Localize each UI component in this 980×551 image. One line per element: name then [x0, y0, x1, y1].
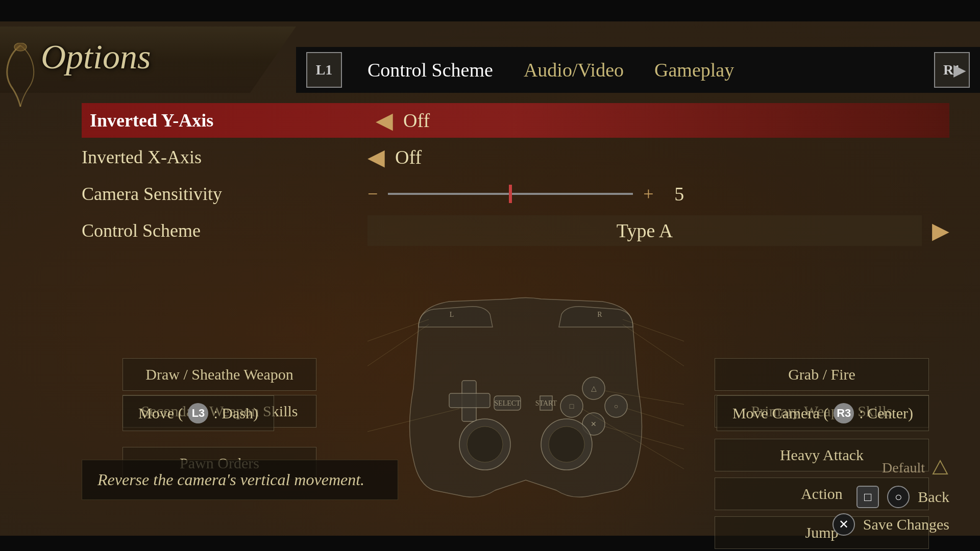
- setting-label-inverted-x: Inverted X-Axis: [82, 146, 368, 168]
- move-camera-suffix: : Center): [859, 405, 913, 422]
- square-icon: □: [856, 486, 879, 508]
- back-label[interactable]: Back: [918, 488, 949, 506]
- inverted-y-arrow-left[interactable]: ◀: [376, 107, 393, 134]
- r3-badge: R3: [834, 403, 854, 423]
- sensitivity-slider-track[interactable]: [388, 193, 633, 195]
- svg-point-18: [467, 427, 503, 462]
- circle-icon: ○: [887, 486, 910, 508]
- move-text: Move (: [138, 405, 183, 422]
- control-scheme-value: Type A: [368, 215, 922, 246]
- svg-text:L: L: [450, 311, 454, 318]
- nav-prev-button[interactable]: L1: [306, 52, 342, 88]
- page-title: Options: [41, 37, 151, 77]
- move-label: Move ( L3 : Dash): [122, 395, 274, 431]
- btn-grab-fire: Grab / Fire: [715, 358, 929, 391]
- nav-tabs: L1 Control Scheme Audio/Video Gameplay R…: [296, 47, 980, 93]
- btn-draw-sheathe: Draw / Sheathe Weapon: [122, 358, 316, 391]
- setting-label-inverted-y: Inverted Y-Axis: [90, 110, 376, 131]
- move-camera-label: Move Camera ( R3 : Center): [717, 395, 929, 431]
- svg-text:R: R: [597, 311, 602, 318]
- sensitivity-slider-thumb[interactable]: [509, 185, 512, 203]
- setting-row-inverted-y: Inverted Y-Axis ◀ Off: [82, 103, 949, 138]
- setting-row-camera-sensitivity: Camera Sensitivity − + 5: [82, 177, 949, 211]
- header: Options L1 Control Scheme Audio/Video Ga…: [0, 21, 980, 103]
- footer-controls: □ ○ Back ✕ Save Changes: [832, 486, 949, 536]
- sensitivity-increase-button[interactable]: +: [643, 183, 653, 205]
- sensitivity-value: 5: [664, 183, 695, 205]
- setting-control-inverted-y: ◀ Off: [376, 107, 949, 134]
- footer-back-row: □ ○ Back: [856, 486, 949, 508]
- setting-label-camera-sensitivity: Camera Sensitivity: [82, 183, 368, 205]
- control-scheme-arrow-right[interactable]: ▶: [932, 217, 949, 244]
- settings-section: Inverted Y-Axis ◀ Off Inverted X-Axis ◀ …: [82, 103, 949, 248]
- footer-save-row: ✕ Save Changes: [832, 513, 949, 536]
- svg-point-0: [14, 43, 27, 51]
- inverted-y-value: Off: [403, 109, 464, 132]
- setting-control-inverted-x: ◀ Off: [368, 144, 949, 170]
- tab-gameplay[interactable]: Gameplay: [639, 47, 749, 93]
- default-row: Default: [882, 459, 949, 477]
- move-suffix: : Dash): [213, 405, 258, 422]
- setting-control-control-scheme: Type A ▶: [368, 215, 949, 246]
- inverted-x-arrow-left[interactable]: ◀: [368, 144, 385, 170]
- main-content: Inverted Y-Axis ◀ Off Inverted X-Axis ◀ …: [82, 103, 949, 520]
- info-box: Reverse the camera's vertical movement.: [82, 460, 398, 500]
- inverted-x-value: Off: [395, 146, 456, 168]
- tab-audio-video[interactable]: Audio/Video: [508, 47, 639, 93]
- svg-text:△: △: [591, 385, 597, 392]
- l3-badge: L3: [188, 403, 208, 423]
- setting-label-control-scheme: Control Scheme: [82, 220, 368, 241]
- setting-row-control-scheme: Control Scheme Type A ▶: [82, 213, 949, 248]
- stick-labels: Move ( L3 : Dash) Move Camera ( R3 : Cen…: [122, 395, 929, 431]
- nav-arrow-right-icon[interactable]: ▶: [949, 60, 970, 80]
- top-bar: [0, 0, 980, 21]
- save-label[interactable]: Save Changes: [863, 516, 949, 533]
- setting-control-camera-sensitivity: − + 5: [368, 183, 949, 205]
- tab-control-scheme[interactable]: Control Scheme: [352, 47, 508, 93]
- sensitivity-decrease-button[interactable]: −: [368, 183, 378, 205]
- svg-point-20: [549, 427, 584, 462]
- deco-dragon-icon: [0, 43, 41, 109]
- default-triangle-icon: [931, 459, 949, 477]
- setting-row-inverted-x: Inverted X-Axis ◀ Off: [82, 140, 949, 174]
- move-camera-text: Move Camera (: [732, 405, 828, 422]
- sensitivity-slider-fill: [388, 193, 510, 195]
- default-label: Default: [882, 460, 925, 476]
- cross-icon: ✕: [832, 513, 855, 536]
- info-text: Reverse the camera's vertical movement.: [97, 470, 382, 489]
